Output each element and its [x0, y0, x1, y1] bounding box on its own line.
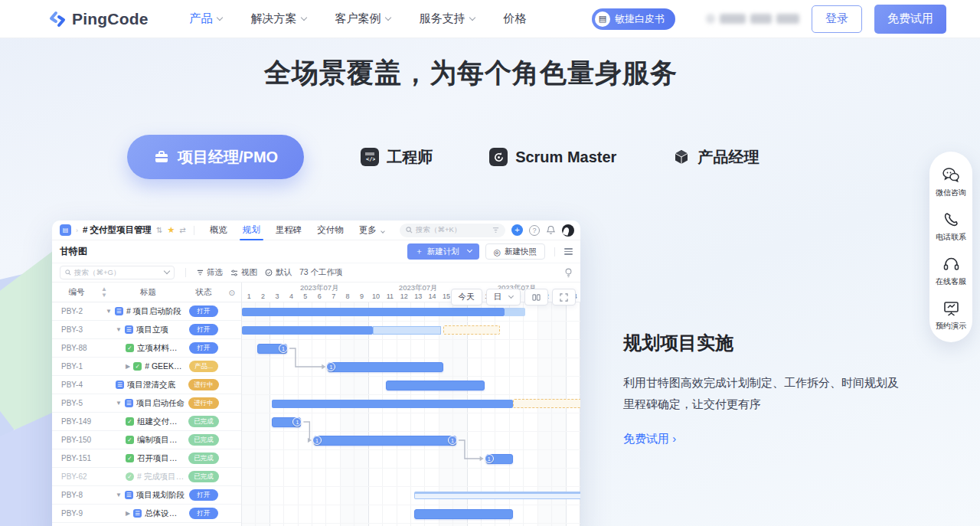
collapse-icon[interactable]: ▼ [106, 308, 112, 315]
table-row-PBY-1[interactable]: PBY-1▶✓# GEEKBOOKS 极...产品... [52, 358, 241, 376]
status-badge[interactable]: 进行中 [188, 379, 219, 390]
column-header-id[interactable]: 编号 [52, 287, 101, 298]
gantt-bar-PBY-2[interactable] [242, 308, 505, 316]
bell-icon[interactable] [546, 225, 556, 235]
nav-item-4[interactable]: 价格 [504, 11, 527, 26]
work-item-id: PBY-3 [52, 325, 101, 334]
add-button[interactable]: + [511, 224, 523, 236]
status-cell: 打开 [185, 324, 223, 335]
table-row-PBY-8[interactable]: PBY-8▼☰项目规划阶段打开 [52, 486, 241, 505]
role-tab-label: 工程师 [387, 147, 433, 168]
gantt-bar-PBY-9[interactable] [414, 509, 513, 519]
expand-icon[interactable]: ▶ [126, 363, 130, 370]
contact-item-demo[interactable]: 预约演示 [936, 300, 966, 332]
swap-icon[interactable]: ⇄ [179, 226, 185, 234]
gantt-bar-PBY-3[interactable] [373, 326, 440, 335]
collapse-icon[interactable]: ▼ [116, 492, 122, 498]
global-search-input[interactable]: 搜索（⌘+K） [400, 224, 505, 237]
app-tab-2[interactable]: 里程碑 [274, 221, 304, 240]
default-view-button[interactable]: 默认 [265, 267, 292, 278]
gantt-bar-PBY-150[interactable] [314, 436, 456, 446]
sort-toggle-icon[interactable]: ⇅ [156, 226, 162, 234]
gantt-bar-PBY-1[interactable] [328, 362, 443, 372]
help-icon[interactable]: ? [529, 225, 540, 236]
cube-icon [673, 149, 690, 165]
pingcode-logo[interactable]: PingCode [49, 10, 149, 28]
table-row-PBY-151[interactable]: PBY-151✓召开项目开工会已完成 [52, 449, 241, 468]
status-badge[interactable]: 进行中 [188, 397, 219, 409]
status-badge[interactable]: 打开 [189, 489, 218, 501]
column-settings-icon[interactable]: ⊙ [223, 288, 241, 297]
nav-item-3[interactable]: 服务支持 [420, 11, 475, 26]
column-header-title[interactable]: 标题 [112, 287, 185, 298]
role-tab-0[interactable]: 项目经理/PMO [127, 135, 304, 179]
role-tab-1[interactable]: </>工程师 [361, 147, 433, 168]
fullscreen-button[interactable] [552, 289, 576, 305]
contact-item-wechat[interactable]: 微信咨询 [936, 167, 966, 198]
new-snapshot-button[interactable]: ◎ 新建快照 [485, 243, 545, 260]
status-badge[interactable]: 打开 [189, 305, 218, 317]
status-badge[interactable]: 已完成 [188, 416, 219, 427]
feature-trial-link[interactable]: 免费试用 › [623, 432, 676, 445]
table-row-PBY-5[interactable]: PBY-5▼☰项目启动任命进行中 [52, 394, 241, 413]
gantt-bar-PBY-4[interactable] [386, 381, 485, 390]
whitepaper-badge[interactable]: ▤ 敏捷白皮书 [592, 8, 675, 30]
view-button[interactable]: 视图 [230, 267, 257, 278]
new-plan-button[interactable]: ＋ 新建计划 [407, 243, 479, 260]
gantt-bar-PBY-5[interactable] [513, 399, 580, 408]
role-tab-3[interactable]: 产品经理 [673, 147, 759, 168]
status-badge[interactable]: 打开 [189, 342, 218, 354]
collapse-icon[interactable]: ▼ [116, 326, 122, 333]
status-badge[interactable]: 已完成 [188, 452, 219, 464]
app-tab-0[interactable]: 概览 [208, 221, 229, 240]
collapse-icon[interactable]: ▼ [116, 400, 122, 407]
work-item-search-input[interactable]: 搜索（⌘+G） [60, 266, 175, 279]
nav-item-2[interactable]: 客户案例 [335, 11, 390, 26]
contact-item-phone[interactable]: 电话联系 [936, 211, 966, 243]
free-trial-button[interactable]: 免费试用 [874, 5, 946, 34]
gantt-page-title: 甘特图 [60, 245, 87, 258]
filter-button[interactable]: 筛选 [197, 267, 223, 278]
code-icon: </> [361, 148, 379, 166]
table-row-PBY-150[interactable]: PBY-150✓编制项目章程已完成 [52, 431, 241, 449]
expand-icon[interactable]: ▶ [126, 510, 130, 517]
breadcrumb-project-title[interactable]: # 交付型项目管理 [83, 224, 152, 236]
app-tab-3[interactable]: 交付物 [315, 221, 345, 240]
time-unit-dropdown[interactable]: 日 [486, 289, 521, 305]
table-row-PBY-62[interactable]: PBY-62✓# 完成项目启动阶段...已完成 [52, 468, 241, 486]
gantt-bar-PBY-3[interactable] [242, 326, 373, 335]
table-row-PBY-10[interactable]: PBY-10▶☰概要设计（分）打开 [52, 523, 241, 526]
gantt-bar-PBY-2[interactable] [505, 308, 526, 316]
table-row-PBY-149[interactable]: PBY-149✓组建交付群和工作台已完成 [52, 413, 241, 431]
column-header-status[interactable]: 状态 [185, 287, 223, 298]
sort-icon[interactable]: ▲▼ [101, 286, 112, 299]
status-badge[interactable]: 打开 [189, 324, 218, 335]
table-row-PBY-2[interactable]: PBY-2▼☰# 项目启动阶段打开 [52, 302, 241, 321]
split-view-button[interactable] [524, 289, 548, 305]
user-avatar[interactable] [562, 224, 574, 237]
status-badge[interactable]: 产品... [189, 361, 218, 372]
table-row-PBY-9[interactable]: PBY-9▶☰总体设计=实施方案（...打开 [52, 505, 241, 523]
status-badge[interactable]: 已完成 [188, 471, 219, 482]
table-row-PBY-4[interactable]: PBY-4☰项目澄清交底进行中 [52, 376, 241, 394]
list-view-icon[interactable] [564, 248, 573, 255]
favorite-star-icon[interactable]: ★ [167, 225, 175, 235]
app-tab-1[interactable]: 规划 [241, 221, 262, 240]
status-badge[interactable]: 已完成 [188, 434, 219, 446]
work-item-id: PBY-1 [52, 362, 101, 371]
login-button[interactable]: 登录 [812, 5, 862, 33]
nav-item-0[interactable]: 产品 [190, 11, 222, 26]
nav-item-1[interactable]: 解决方案 [251, 11, 306, 26]
table-row-PBY-3[interactable]: PBY-3▼☰项目立项打开 [52, 321, 241, 339]
app-tab-4[interactable]: 更多 [358, 221, 386, 240]
gantt-bar-PBY-8[interactable] [414, 492, 580, 499]
gantt-bar-PBY-5[interactable] [272, 400, 513, 408]
gantt-bar-PBY-3[interactable] [443, 325, 500, 335]
today-button[interactable]: 今天 [451, 289, 482, 305]
table-row-PBY-88[interactable]: PBY-88✓立项材料编辑打开 [52, 339, 241, 358]
contact-item-headset[interactable]: 在线客服 [936, 256, 966, 287]
role-tab-2[interactable]: Scrum Master [489, 148, 616, 166]
status-badge[interactable]: 打开 [189, 508, 218, 519]
lightbulb-icon[interactable] [564, 268, 573, 278]
work-item-title: ✓立项材料编辑 [101, 343, 185, 354]
